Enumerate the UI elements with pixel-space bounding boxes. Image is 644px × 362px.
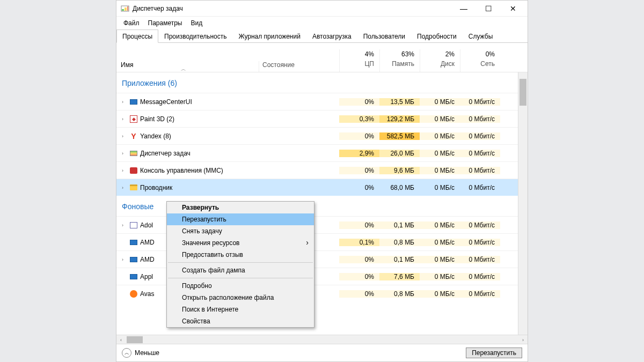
ctx-search-web[interactable]: Поиск в Интернете [167, 304, 314, 315]
cell-cpu: 0,3% [339, 115, 379, 123]
process-table: Приложения (6) ›MessageCenterUI 0% 13,5 … [116, 72, 518, 335]
menu-file[interactable]: Файл [120, 18, 143, 28]
menu-view[interactable]: Вид [187, 18, 206, 28]
ctx-details[interactable]: Подробно [167, 280, 314, 292]
expand-icon[interactable]: › [122, 223, 127, 228]
cell-cpu: 0% [339, 184, 379, 191]
table-row[interactable]: ›Диспетчер задач 2,9% 26,0 МБ 0 МБ/с 0 М… [116, 144, 518, 161]
explorer-icon [129, 183, 138, 192]
sort-chevron-icon: ︿ [181, 65, 186, 73]
tab-services[interactable]: Службы [463, 29, 499, 43]
cell-net: 0 Мбит/с [460, 256, 500, 263]
expand-icon[interactable]: › [122, 99, 127, 105]
expand-icon[interactable]: › [122, 116, 127, 122]
cell-mem: 0,1 МБ [379, 221, 420, 229]
process-name: Проводник [140, 184, 172, 191]
ctx-expand[interactable]: Развернуть [167, 202, 314, 213]
cell-mem: 129,2 МБ [379, 115, 420, 123]
cell-cpu: 2,9% [339, 150, 379, 157]
tab-processes[interactable]: Процессы [116, 29, 158, 43]
minimize-button[interactable]: — [451, 1, 476, 17]
cell-cpu: 0% [339, 132, 379, 140]
vertical-scrollbar[interactable] [518, 72, 528, 335]
cell-mem: 13,5 МБ [379, 98, 420, 106]
expand-icon[interactable]: › [122, 185, 127, 190]
close-button[interactable]: ✕ [501, 1, 525, 17]
cell-mem: 582,5 МБ [379, 132, 420, 140]
app-icon [129, 255, 138, 264]
expand-icon[interactable]: › [122, 257, 127, 262]
table-row[interactable]: ›Консоль управления (MMC) 0% 9,6 МБ 0 МБ… [116, 161, 518, 179]
tab-details[interactable]: Подробности [411, 29, 463, 43]
ctx-end-task[interactable]: Снять задачу [167, 225, 314, 237]
avast-icon [129, 290, 138, 298]
table-row[interactable]: ›◆Paint 3D (2) 0,3% 129,2 МБ 0 МБ/с 0 Мб… [116, 110, 518, 127]
menu-options[interactable]: Параметры [144, 18, 186, 28]
yandex-icon: Y [129, 132, 138, 141]
cell-cpu: 0% [339, 256, 379, 263]
app-icon [121, 4, 129, 13]
expand-icon[interactable]: › [122, 151, 127, 156]
ctx-resource-values[interactable]: Значения ресурсов [167, 237, 314, 249]
tab-performance[interactable]: Производительность [158, 29, 232, 43]
cell-disk: 0 МБ/с [420, 132, 460, 140]
header-cpu[interactable]: 4%ЦП [339, 49, 379, 72]
table-row[interactable]: ›YYandex (8) 0% 582,5 МБ 0 МБ/с 0 Мбит/с [116, 127, 518, 144]
app-icon [129, 238, 138, 247]
ctx-properties[interactable]: Свойства [167, 315, 314, 327]
footer: ︿ Меньше Перезапустить [116, 344, 528, 361]
scroll-left-icon[interactable]: ‹ [116, 335, 126, 344]
mmc-icon [129, 166, 138, 175]
ctx-separator [168, 278, 313, 278]
header-state[interactable]: Состояние [259, 61, 339, 72]
scroll-thumb[interactable] [519, 79, 526, 106]
paint3d-icon: ◆ [129, 115, 138, 123]
cell-cpu: 0,1% [339, 239, 379, 246]
ctx-dump[interactable]: Создать файл дампа [167, 264, 314, 276]
table-row[interactable]: ›MessageCenterUI 0% 13,5 МБ 0 МБ/с 0 Мби… [116, 93, 518, 110]
table-row-selected[interactable]: ›Проводник 0% 68,0 МБ 0 МБ/с 0 Мбит/с [116, 179, 518, 196]
cell-mem: 7,6 МБ [379, 273, 420, 280]
svg-rect-2 [125, 8, 127, 11]
cell-cpu: 0% [339, 167, 379, 174]
tab-startup[interactable]: Автозагрузка [306, 29, 357, 43]
cell-disk: 0 МБ/с [420, 256, 460, 263]
cell-net: 0 Мбит/с [460, 239, 500, 246]
cell-cpu: 0% [339, 221, 379, 229]
cell-disk: 0 МБ/с [420, 98, 460, 106]
tabs: Процессы Производительность Журнал прило… [116, 29, 528, 43]
cell-net: 0 Мбит/с [460, 290, 500, 298]
fewer-details-toggle[interactable]: ︿ Меньше [122, 348, 159, 358]
maximize-button[interactable]: ☐ [476, 1, 501, 17]
header-disk[interactable]: 2%Диск [420, 49, 460, 72]
expand-icon[interactable]: › [122, 168, 127, 173]
process-name: Adol [140, 221, 153, 229]
cell-net: 0 Мбит/с [460, 273, 500, 280]
process-name: Yandex (8) [140, 132, 171, 140]
ctx-open-location[interactable]: Открыть расположение файла [167, 292, 314, 304]
process-name: Appl [140, 273, 153, 280]
expand-icon[interactable]: › [122, 134, 127, 139]
cell-disk: 0 МБ/с [420, 221, 460, 229]
process-name: Paint 3D (2) [140, 115, 174, 123]
ctx-separator [168, 262, 313, 263]
header-network[interactable]: 0%Сеть [460, 49, 500, 72]
cell-mem: 68,0 МБ [379, 184, 420, 191]
context-menu: Развернуть Перезапустить Снять задачу Зн… [166, 201, 314, 328]
header-name[interactable]: ︿ Имя [116, 61, 259, 72]
cell-net: 0 Мбит/с [460, 150, 500, 157]
process-name: MessageCenterUI [140, 98, 192, 106]
ctx-feedback[interactable]: Предоставить отзыв [167, 249, 314, 261]
scroll-right-icon[interactable]: › [518, 335, 528, 344]
section-apps: Приложения (6) [116, 72, 518, 93]
restart-button[interactable]: Перезапустить [466, 348, 522, 358]
cell-mem: 9,6 МБ [379, 167, 420, 174]
header-memory[interactable]: 63%Память [379, 49, 420, 72]
task-manager-window: Диспетчер задач — ☐ ✕ Файл Параметры Вид… [116, 0, 528, 362]
tab-users[interactable]: Пользователи [357, 29, 411, 43]
tab-app-history[interactable]: Журнал приложений [233, 29, 306, 43]
horizontal-scrollbar[interactable]: ‹ › [116, 335, 528, 344]
scroll-thumb[interactable] [127, 336, 143, 343]
ctx-restart[interactable]: Перезапустить [167, 213, 314, 225]
cell-disk: 0 МБ/с [420, 150, 460, 157]
